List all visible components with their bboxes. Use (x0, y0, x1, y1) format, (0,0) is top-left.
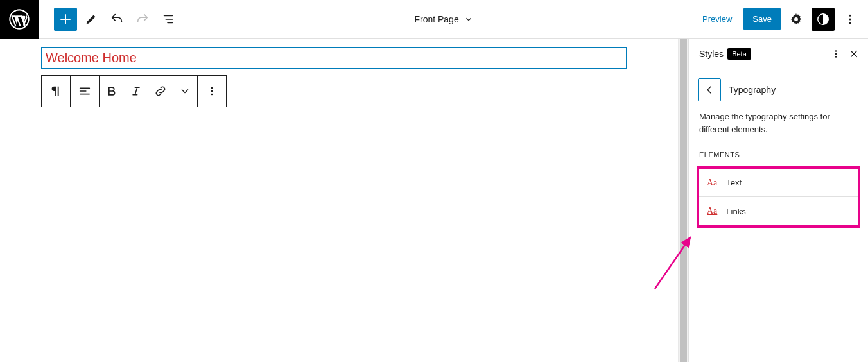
chevron-down-icon (178, 85, 191, 98)
svg-point-6 (849, 22, 851, 24)
toolbar-left-group (39, 8, 180, 31)
block-more-button[interactable] (198, 76, 226, 107)
svg-point-7 (211, 87, 213, 89)
chevron-left-icon (704, 84, 715, 96)
svg-point-5 (849, 18, 851, 20)
paragraph-icon (49, 84, 63, 98)
svg-point-10 (835, 50, 837, 51)
gear-icon (789, 12, 803, 26)
sidebar-nav: Typography (689, 69, 868, 110)
svg-point-2 (794, 17, 798, 21)
sidebar-title: Styles (699, 49, 724, 59)
typography-icon: Aa (707, 206, 717, 216)
save-button[interactable]: Save (743, 8, 781, 30)
document-title-text: Front Page (414, 14, 458, 24)
close-sidebar-button[interactable] (845, 42, 863, 65)
canvas-scrollbar[interactable] (678, 39, 688, 362)
typography-icon: Aa (707, 178, 717, 188)
back-button[interactable] (698, 78, 721, 101)
redo-button[interactable] (131, 8, 154, 31)
chevron-down-icon (464, 15, 473, 24)
more-formatting-button[interactable] (173, 76, 197, 107)
settings-button[interactable] (785, 8, 808, 31)
svg-point-11 (835, 53, 837, 54)
paragraph-block-button[interactable] (42, 76, 70, 107)
edit-mode-button[interactable] (80, 8, 103, 31)
kebab-icon (830, 48, 842, 60)
align-icon (78, 84, 92, 98)
undo-button[interactable] (105, 8, 128, 31)
kebab-icon (844, 13, 856, 26)
link-icon (154, 85, 167, 98)
editor-canvas[interactable]: Welcome Home (0, 39, 678, 362)
svg-point-12 (835, 56, 837, 57)
document-title-dropdown[interactable]: Front Page (180, 14, 695, 24)
element-label: Links (726, 207, 745, 216)
styles-sidebar: Styles Beta Typography Manage the typogr… (688, 39, 868, 362)
bold-button[interactable] (100, 76, 124, 107)
sidebar-more-button[interactable] (827, 42, 845, 65)
contrast-icon (816, 12, 830, 26)
top-toolbar: Front Page Preview Save (0, 0, 868, 39)
elements-list-highlight: Aa Text Aa Links (697, 166, 860, 228)
element-row-text[interactable]: Aa Text (699, 169, 858, 197)
post-title-block[interactable]: Welcome Home (41, 47, 627, 69)
elements-heading: ELEMENTS (689, 146, 868, 164)
link-button[interactable] (148, 76, 173, 107)
editor-body: Welcome Home (0, 39, 868, 362)
kebab-icon (205, 85, 218, 98)
bold-icon (105, 85, 118, 98)
section-title: Typography (729, 85, 776, 95)
preview-link[interactable]: Preview (695, 9, 740, 29)
block-toolbar (41, 75, 227, 107)
svg-point-4 (849, 14, 851, 16)
sidebar-header: Styles Beta (689, 39, 868, 69)
close-icon (849, 49, 859, 59)
styles-button[interactable] (812, 8, 835, 31)
section-description: Manage the typography settings for diffe… (689, 110, 868, 146)
svg-point-9 (211, 94, 213, 96)
svg-point-8 (211, 90, 213, 92)
align-button[interactable] (71, 76, 99, 107)
add-block-button[interactable] (54, 8, 77, 31)
italic-button[interactable] (124, 76, 148, 107)
toolbar-right-group: Preview Save (695, 8, 868, 31)
element-label: Text (726, 178, 742, 187)
element-row-links[interactable]: Aa Links (699, 197, 858, 225)
wordpress-logo[interactable] (0, 0, 39, 39)
more-options-button[interactable] (838, 8, 862, 31)
italic-icon (130, 85, 143, 98)
beta-badge: Beta (727, 48, 751, 60)
list-view-button[interactable] (157, 8, 180, 31)
